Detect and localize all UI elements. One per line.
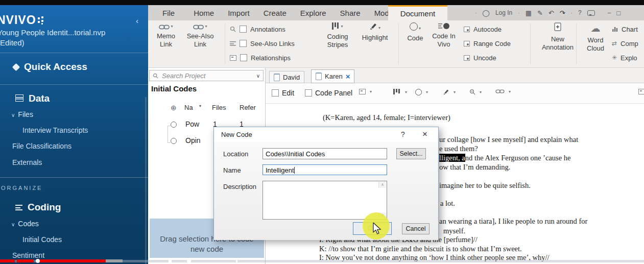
sidebar-item-quick-access[interactable]: Quick Access: [0, 61, 148, 73]
menu-tab-explore[interactable]: Explore: [300, 9, 326, 17]
zoom-button[interactable]: ▾: [469, 89, 482, 95]
account-icon[interactable]: ◯: [482, 9, 490, 17]
maximize-button[interactable]: □: [616, 9, 621, 17]
nvivo-logo: NVIVO: [0, 13, 44, 27]
edit-checkbox[interactable]: [272, 89, 279, 97]
sidebar-scrollbar[interactable]: [145, 97, 147, 264]
search-box[interactable]: Search Project ∨: [149, 70, 264, 81]
sidebar-item-interview-transcripts[interactable]: Interview Transcripts: [0, 126, 148, 134]
sidebar-item-files[interactable]: ∨Files: [0, 110, 148, 118]
divider: [0, 177, 148, 178]
redo-icon[interactable]: ↷: [560, 9, 565, 17]
menu-tab-home[interactable]: Home: [194, 9, 214, 17]
relationships-label: Relationships: [251, 54, 291, 62]
see-also-view-button[interactable]: ▾: [495, 89, 511, 94]
tab-karen[interactable]: Karen ×: [311, 69, 354, 83]
new-annotation-button[interactable]: New Annotation: [535, 22, 580, 52]
coding-stripes-icon: [332, 22, 340, 31]
search-dropdown-icon[interactable]: ∨: [256, 73, 260, 79]
edit-pencil-icon[interactable]: ✎: [537, 9, 543, 17]
code-button[interactable]: ▾ Code: [402, 22, 428, 42]
relationships-checkbox[interactable]: [240, 54, 247, 61]
quick-code-button[interactable]: ▾: [415, 89, 428, 95]
sidebar-collapse-icon[interactable]: ‹: [136, 16, 138, 25]
document-tabstrip: David Karen ×: [266, 68, 644, 83]
dialog-titlebar[interactable]: New Code ? ×: [214, 127, 438, 142]
text-caret: [294, 167, 295, 174]
autocode-button[interactable]: Autocode: [464, 23, 502, 35]
see-also-links-toggle[interactable]: See-Also Links: [230, 38, 295, 49]
chart-button[interactable]: Chart: [612, 23, 638, 35]
description-field[interactable]: ∧ ∨: [263, 181, 387, 220]
see-also-links-label: See-Also Links: [250, 40, 295, 47]
progress-watched: [17, 259, 34, 262]
save-icon[interactable]: ▦: [526, 9, 532, 17]
cancel-button[interactable]: Cancel: [402, 223, 430, 234]
tab-document[interactable]: Document: [388, 5, 447, 20]
chart-label: Chart: [622, 26, 638, 33]
dialog-help-button[interactable]: ?: [401, 130, 405, 138]
compare-button[interactable]: ⇄ Comp: [612, 38, 638, 49]
range-code-button[interactable]: Range Code: [464, 38, 511, 49]
menu-tab-share[interactable]: Share: [340, 9, 361, 17]
relationships-toggle[interactable]: Relationships: [230, 52, 291, 63]
sidebar-item-externals[interactable]: Externals: [0, 158, 148, 166]
annotation-view-button[interactable]: ▾: [359, 89, 372, 94]
sidebar-item-initial-codes[interactable]: Initial Codes: [0, 235, 148, 244]
code-panel-checkbox[interactable]: [305, 89, 312, 97]
feedback-bubble-icon[interactable]: [587, 10, 595, 16]
menu-tab-file[interactable]: File: [162, 9, 175, 17]
edit-label: Edit: [282, 89, 294, 97]
code-in-vivo-button[interactable]: Code In Vivo: [429, 22, 459, 49]
sort-caret-icon[interactable]: ▾: [199, 104, 201, 108]
login-button[interactable]: Log In: [495, 9, 512, 16]
scroll-up-icon[interactable]: ∧: [378, 182, 386, 188]
pin-icon: [12, 63, 20, 71]
video-progress-bar[interactable]: [0, 257, 644, 264]
code-circle-icon: [410, 22, 418, 31]
column-name[interactable]: Na: [184, 104, 193, 111]
document-icon: [274, 74, 280, 81]
uncode-button[interactable]: Uncode: [464, 52, 496, 63]
coding-stripes-button[interactable]: ▾ Coding Stripes: [321, 22, 354, 49]
tab-close-icon[interactable]: ×: [346, 73, 350, 80]
explore-button[interactable]: ✳ Explo: [612, 52, 637, 63]
see-also-links-checkbox[interactable]: [240, 40, 247, 47]
search-input[interactable]: Search Project: [162, 72, 256, 80]
sidebar-item-file-classifications[interactable]: File Classifications: [0, 142, 148, 150]
name-field[interactable]: Intelligent: [263, 164, 387, 175]
highlight-view-button[interactable]: ▾: [443, 89, 456, 95]
word-cloud-button[interactable]: ☁ Word Cloud: [581, 22, 610, 53]
memo-link-button[interactable]: ▾ Memo Link: [151, 22, 181, 49]
sidebar-item-codes[interactable]: ∨Codes: [0, 220, 148, 228]
transcript-line: ur collage [how I see myself] and explai…: [439, 135, 578, 144]
coding-stripes-view-button[interactable]: ▾: [393, 89, 407, 95]
menu-tab-import[interactable]: Import: [228, 9, 250, 17]
highlight-button[interactable]: ▾ Highlight: [356, 22, 393, 42]
edit-toggle[interactable]: Edit: [272, 89, 294, 97]
menu-tab-create[interactable]: Create: [264, 9, 287, 17]
add-code-icon[interactable]: ⊕: [171, 104, 177, 112]
code-panel-toggle[interactable]: Code Panel: [305, 89, 352, 97]
column-references[interactable]: Refer: [240, 104, 256, 111]
annotations-checkbox[interactable]: [240, 26, 247, 33]
sidebar-item-data[interactable]: Data∨: [0, 93, 148, 104]
text-run: ur collage [how I see myself] and explai…: [439, 135, 578, 143]
minimize-button[interactable]: –: [608, 9, 611, 16]
dialog-close-button[interactable]: ×: [422, 129, 427, 139]
location-field[interactable]: Codes\\Initial Codes: [263, 148, 387, 159]
column-files[interactable]: Files: [212, 104, 226, 111]
chevron-down-icon: ∨: [11, 112, 15, 118]
tab-david[interactable]: David: [269, 71, 304, 83]
code-circle-icon: [415, 89, 422, 95]
annotations-toggle[interactable]: Annotations: [230, 23, 285, 35]
undo-icon[interactable]: ↶: [548, 9, 554, 17]
help-button[interactable]: ?: [578, 9, 582, 16]
panel-options-icon[interactable]: [638, 89, 644, 94]
sidebar-item-coding[interactable]: Coding∨: [0, 202, 148, 213]
lines-icon: [230, 41, 236, 46]
description-label: Description: [223, 183, 256, 190]
sidebar-item-organize[interactable]: ORGANIZE: [0, 185, 148, 191]
see-also-link-button[interactable]: ▾ See-Also Link: [182, 22, 219, 49]
select-button[interactable]: Select...: [396, 148, 426, 159]
